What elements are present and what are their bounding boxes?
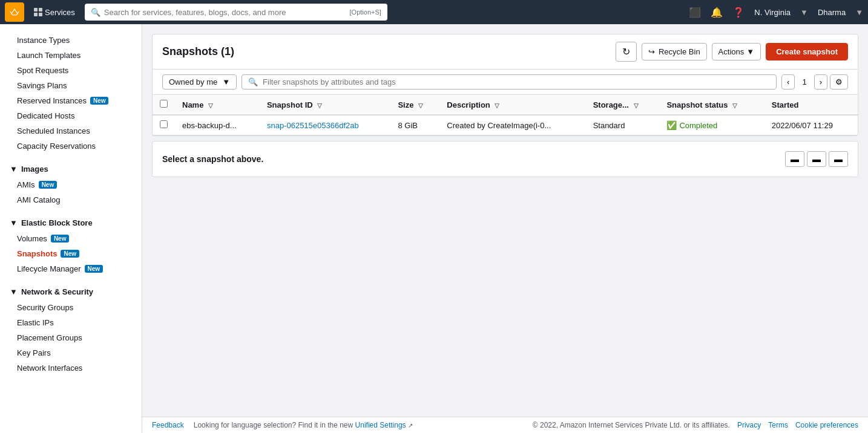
description-column-header[interactable]: Description ▽ bbox=[439, 95, 585, 115]
panel-title: Snapshots (1) bbox=[162, 45, 611, 58]
started-cell: 2022/06/07 11:29 bbox=[764, 115, 858, 135]
select-all-header[interactable] bbox=[153, 95, 175, 115]
row-checkbox[interactable] bbox=[160, 120, 168, 128]
sidebar-item-snapshots[interactable]: Snapshots New bbox=[0, 246, 142, 261]
nav-right: ⬛ 🔔 ❓ N. Virginia ▼ Dharma ▼ bbox=[689, 7, 863, 18]
top-nav: Services 🔍 [Option+S] ⬛ 🔔 ❓ N. Virginia … bbox=[0, 0, 868, 24]
images-section-header[interactable]: ▼ Images bbox=[0, 161, 142, 177]
recycle-icon: ↪ bbox=[648, 47, 655, 56]
search-shortcut: [Option+S] bbox=[350, 8, 381, 16]
sidebar-item-instance-types[interactable]: Instance Types bbox=[0, 33, 142, 48]
sidebar-section-compute: Instance Types Launch Templates Spot Req… bbox=[0, 29, 142, 157]
sidebar: Instance Types Launch Templates Spot Req… bbox=[0, 24, 142, 433]
detail-placeholder: Select a snapshot above. bbox=[162, 154, 263, 164]
table-row[interactable]: ebs-backup-d... snap-062515e05366df2ab 8… bbox=[153, 115, 858, 135]
view-options: ▬ ▬ ▬ bbox=[785, 151, 848, 167]
panel-toolbar: Owned by me ▼ 🔍 ‹ 1 › ⚙ bbox=[153, 70, 858, 95]
services-button[interactable]: Services bbox=[29, 5, 80, 19]
sort-icon: ▽ bbox=[418, 102, 423, 109]
filter-dropdown[interactable]: Owned by me ▼ bbox=[162, 74, 237, 90]
sidebar-section-network: ▼ Network & Security Security Groups Ela… bbox=[0, 280, 142, 379]
table-settings-button[interactable]: ⚙ bbox=[830, 74, 848, 90]
snapshot-id-column-header[interactable]: Snapshot ID ▽ bbox=[260, 95, 391, 115]
size-cell: 8 GiB bbox=[390, 115, 439, 135]
new-badge: New bbox=[90, 97, 109, 105]
prev-page-button[interactable]: ‹ bbox=[781, 74, 795, 90]
copyright-text: © 2022, Amazon Internet Services Private… bbox=[533, 421, 730, 429]
detail-panel: Select a snapshot above. ▬ ▬ ▬ bbox=[152, 141, 858, 177]
sidebar-item-elastic-ips[interactable]: Elastic IPs bbox=[0, 315, 142, 330]
snapshot-search[interactable]: 🔍 bbox=[242, 74, 777, 90]
chevron-down-icon: ▼ bbox=[10, 164, 18, 174]
search-input[interactable] bbox=[104, 8, 346, 17]
sort-icon: ▽ bbox=[208, 102, 213, 109]
sidebar-section-images: ▼ Images AMIs New AMI Catalog bbox=[0, 157, 142, 211]
bell-icon: 🔔 bbox=[711, 7, 723, 18]
view-option-1[interactable]: ▬ bbox=[785, 151, 804, 167]
search-icon: 🔍 bbox=[91, 8, 100, 17]
sidebar-item-placement-groups[interactable]: Placement Groups bbox=[0, 330, 142, 345]
external-link-icon: ↗ bbox=[408, 422, 413, 429]
name-cell: ebs-backup-d... bbox=[175, 115, 260, 135]
sidebar-section-ebs: ▼ Elastic Block Store Volumes New Snapsh… bbox=[0, 211, 142, 280]
refresh-button[interactable]: ↻ bbox=[616, 42, 637, 62]
sidebar-item-reserved-instances[interactable]: Reserved Instances New bbox=[0, 93, 142, 108]
check-circle-icon: ✅ bbox=[666, 120, 677, 130]
terms-link[interactable]: Terms bbox=[768, 421, 788, 429]
user-menu[interactable]: Dharma bbox=[818, 8, 846, 17]
chevron-down-icon: ▼ bbox=[746, 47, 754, 56]
region-selector[interactable]: N. Virginia bbox=[754, 8, 791, 17]
row-checkbox-cell[interactable] bbox=[153, 115, 175, 135]
chevron-down-icon: ▼ bbox=[10, 218, 18, 227]
sidebar-item-network-interfaces[interactable]: Network Interfaces bbox=[0, 360, 142, 376]
sort-icon: ▽ bbox=[634, 102, 639, 109]
ebs-section-header[interactable]: ▼ Elastic Block Store bbox=[0, 215, 142, 231]
sidebar-item-launch-templates[interactable]: Launch Templates bbox=[0, 48, 142, 63]
view-option-3[interactable]: ▬ bbox=[829, 151, 848, 167]
create-snapshot-button[interactable]: Create snapshot bbox=[766, 43, 848, 60]
sidebar-item-capacity-reservations[interactable]: Capacity Reservations bbox=[0, 138, 142, 154]
sort-icon: ▽ bbox=[495, 102, 499, 109]
new-badge: New bbox=[61, 250, 79, 258]
next-page-button[interactable]: › bbox=[814, 74, 827, 90]
footer-right: © 2022, Amazon Internet Services Private… bbox=[533, 421, 858, 429]
unified-settings-link[interactable]: Unified Settings bbox=[355, 421, 406, 429]
sidebar-item-security-groups[interactable]: Security Groups bbox=[0, 300, 142, 315]
name-column-header[interactable]: Name ▽ bbox=[175, 95, 260, 115]
chevron-down-icon: ▼ bbox=[222, 77, 230, 86]
global-search[interactable]: 🔍 [Option+S] bbox=[85, 4, 387, 21]
aws-logo bbox=[5, 2, 24, 22]
recycle-bin-button[interactable]: ↪ Recycle Bin bbox=[642, 43, 707, 60]
description-cell: Created by CreateImage(i-0... bbox=[439, 115, 585, 135]
size-column-header[interactable]: Size ▽ bbox=[390, 95, 439, 115]
sidebar-item-amis[interactable]: AMIs New bbox=[0, 177, 142, 192]
layout: Instance Types Launch Templates Spot Req… bbox=[0, 24, 868, 433]
sidebar-item-dedicated-hosts[interactable]: Dedicated Hosts bbox=[0, 108, 142, 123]
sidebar-item-lifecycle-manager[interactable]: Lifecycle Manager New bbox=[0, 261, 142, 276]
language-text: Looking for language selection? Find it … bbox=[194, 421, 413, 429]
snapshot-search-input[interactable] bbox=[263, 77, 770, 86]
status-column-header[interactable]: Snapshot status ▽ bbox=[659, 95, 764, 115]
new-badge: New bbox=[39, 181, 58, 189]
sidebar-item-ami-catalog[interactable]: AMI Catalog bbox=[0, 192, 142, 207]
storage-column-header[interactable]: Storage... ▽ bbox=[586, 95, 660, 115]
network-section-header[interactable]: ▼ Network & Security bbox=[0, 284, 142, 300]
started-column-header[interactable]: Started bbox=[764, 95, 858, 115]
select-all-checkbox[interactable] bbox=[160, 100, 168, 108]
services-label: Services bbox=[45, 8, 75, 17]
sidebar-item-savings-plans[interactable]: Savings Plans bbox=[0, 78, 142, 93]
privacy-link[interactable]: Privacy bbox=[737, 421, 761, 429]
sidebar-item-spot-requests[interactable]: Spot Requests bbox=[0, 63, 142, 78]
view-option-2[interactable]: ▬ bbox=[807, 151, 826, 167]
sidebar-item-volumes[interactable]: Volumes New bbox=[0, 231, 142, 246]
snapshot-id-link[interactable]: snap-062515e05366df2ab bbox=[267, 121, 359, 130]
cookie-link[interactable]: Cookie preferences bbox=[795, 421, 858, 429]
snapshot-id-cell[interactable]: snap-062515e05366df2ab bbox=[260, 115, 391, 135]
snapshots-panel: Snapshots (1) ↻ ↪ Recycle Bin Actions ▼ … bbox=[152, 34, 858, 136]
actions-button[interactable]: Actions ▼ bbox=[712, 43, 761, 60]
new-badge: New bbox=[85, 265, 104, 273]
sidebar-item-key-pairs[interactable]: Key Pairs bbox=[0, 345, 142, 360]
cloud-icon: ⬛ bbox=[689, 7, 701, 18]
sidebar-item-scheduled-instances[interactable]: Scheduled Instances bbox=[0, 123, 142, 138]
feedback-link[interactable]: Feedback bbox=[152, 421, 184, 429]
